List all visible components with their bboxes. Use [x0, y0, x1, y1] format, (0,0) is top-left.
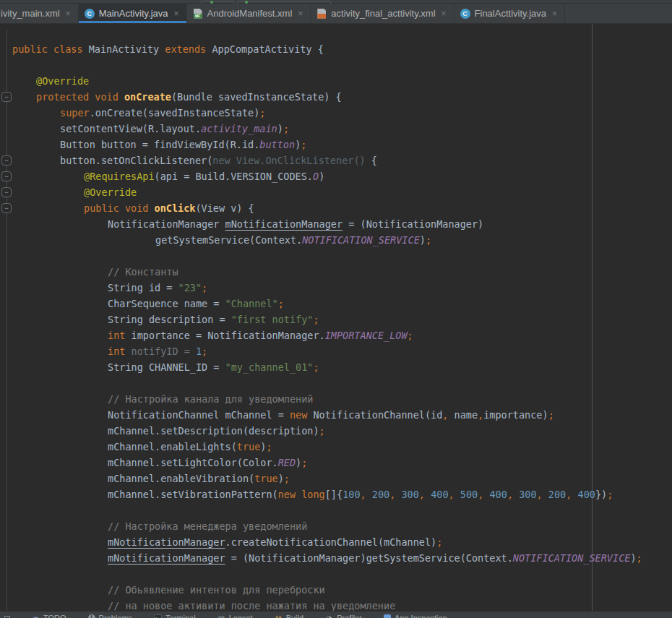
code-line[interactable]: String id = "23"; [0, 280, 672, 296]
code-token: 500 [460, 489, 478, 500]
code-line[interactable]: @Override [0, 184, 672, 200]
code-line[interactable]: int notifyID = 1; [0, 343, 672, 359]
code-token: ; [548, 409, 554, 421]
fold-collapse-icon[interactable]: − [1, 203, 12, 213]
code-token: ; [202, 282, 207, 293]
tab-finalacttivity-java[interactable]: CFinalActtivity.java× [455, 4, 565, 23]
code-line[interactable]: String CHANNEL_ID = "my_channel_01"; [0, 359, 672, 375]
code-token: ) [319, 171, 324, 182]
code-line[interactable]: NotificationManager mNotificationManager… [0, 216, 672, 232]
code-token: CharSequence name = [108, 298, 225, 309]
toolwindow-button-profiler[interactable]: ◔Profiler [325, 614, 362, 618]
code-line[interactable]: super.onCreate(savedInstanceState); [0, 105, 672, 121]
code-token: String description = [108, 314, 231, 325]
fold-collapse-icon[interactable]: − [1, 92, 12, 102]
code-line[interactable]: mChannel.enableVibration(true); [0, 471, 672, 486]
close-icon[interactable]: × [173, 9, 178, 19]
code-line[interactable] [0, 375, 672, 391]
code-token: (View v) { [195, 202, 254, 214]
code-token: ; [408, 330, 413, 341]
code-token: }) [595, 489, 607, 500]
code-line[interactable]: mChannel.enableLights(true); [0, 439, 672, 455]
code-token: O [313, 171, 319, 182]
tab-activity-final-acttivity-xml[interactable]: activity_final_acttivity.xml× [311, 4, 454, 23]
code-token: 100 [343, 489, 360, 500]
manifest-file-icon: MF [194, 9, 202, 19]
code-line[interactable]: mNotificationManager.createNotificationC… [0, 534, 672, 550]
code-token: 400 [578, 489, 595, 500]
code-line[interactable] [0, 248, 672, 264]
code-line[interactable]: mNotificationManager = (NotificationMana… [0, 550, 672, 566]
code-token: ; [259, 107, 265, 119]
code-line[interactable]: @RequiresApi(api = Build.VERSION_CODES.O… [0, 168, 672, 184]
code-area[interactable]: public class MainActivity extends AppCom… [0, 41, 672, 611]
code-token: ; [637, 552, 642, 564]
code-token: ) [278, 473, 284, 484]
tab-androidmanifest-xml[interactable]: MFAndroidManifest.xml× [187, 4, 311, 23]
code-token: ) [277, 123, 283, 134]
toolwindow-button-problems[interactable]: !Problems [88, 614, 132, 618]
toolwindow-button-todo[interactable]: ≡TODO [32, 614, 66, 618]
code-token: .onCreate(savedInstanceState) [90, 107, 260, 119]
code-token: mChannel.setLightColor(Color. [108, 457, 278, 468]
code-token: super [60, 107, 90, 119]
code-token: true [237, 441, 261, 452]
code-line[interactable]: @Override [0, 73, 672, 89]
toolwindow-label: Logcat [229, 614, 253, 618]
close-icon[interactable]: × [441, 9, 447, 19]
toolwindow-button-logcat[interactable]: ▤Logcat [217, 614, 253, 618]
fold-collapse-icon[interactable]: − [1, 171, 12, 181]
code-editor[interactable]: public class MainActivity extends AppCom… [0, 24, 672, 611]
code-line[interactable]: NotificationChannel mChannel = new Notif… [0, 407, 672, 423]
code-line[interactable] [0, 502, 672, 518]
code-line[interactable]: // на новое активити после нажатия на ув… [0, 598, 672, 611]
toolwindow-label: TODO [43, 614, 66, 618]
close-icon[interactable]: × [66, 9, 71, 19]
fold-collapse-icon[interactable]: − [1, 155, 12, 166]
code-line[interactable]: // Настройка менеджера уведомлений [0, 518, 672, 534]
code-line[interactable]: button.setOnClickListener(new View.OnCli… [0, 153, 672, 168]
code-token: importance = NotificationManager. [132, 330, 325, 341]
terminal-icon: >_ [154, 614, 162, 618]
close-icon[interactable]: × [552, 9, 557, 19]
code-line[interactable]: mChannel.setDescription(description); [0, 423, 672, 439]
toolwindow-button-build[interactable]: ⚒Build [275, 614, 303, 618]
toolwindow-label: Profiler [337, 614, 362, 618]
code-line[interactable]: Button button = findViewById(R.id.button… [0, 137, 672, 153]
code-token: MainActivity [89, 43, 165, 55]
code-token: mNotificationManager [108, 536, 225, 548]
code-line[interactable]: CharSequence name = "Channel"; [0, 296, 672, 312]
code-token: onClick [155, 202, 196, 214]
tab-ivity-main-xml[interactable]: ivity_main.xml× [0, 4, 79, 23]
code-line[interactable] [0, 566, 672, 582]
tab-mainactivity-java[interactable]: CMainActivity.java× [79, 4, 187, 23]
code-line[interactable]: protected void onCreate(Bundle savedInst… [0, 89, 672, 105]
code-line[interactable]: mChannel.setVibrationPattern(new long[]{… [0, 486, 672, 502]
code-token: "Channel" [225, 298, 278, 309]
code-token: button [259, 139, 295, 150]
code-token: AppCompatActivity { [212, 43, 323, 55]
code-token: "23" [178, 282, 202, 293]
fold-collapse-icon[interactable]: − [1, 187, 12, 197]
code-token: ; [319, 425, 325, 437]
code-token: true [254, 473, 278, 484]
close-icon[interactable]: × [298, 9, 303, 19]
toolwindow-button-terminal[interactable]: >_Terminal [154, 614, 196, 618]
code-token: 200 [372, 489, 389, 500]
code-line[interactable]: setContentView(R.layout.activity_main); [0, 121, 672, 137]
code-line[interactable]: int importance = NotificationManager.IMP… [0, 327, 672, 343]
code-line[interactable]: public void onClick(View v) { [0, 200, 672, 216]
toolwindow-button-app-inspection[interactable]: App Inspection [384, 614, 447, 618]
code-line[interactable]: // Обьявление интентов для переброски [0, 582, 672, 598]
code-token: @Override [84, 186, 137, 198]
tab-label: activity_final_acttivity.xml [331, 8, 435, 19]
code-line[interactable]: mChannel.setLightColor(Color.RED); [0, 455, 672, 471]
code-token: // Настройка канала для уведомлений [108, 393, 313, 405]
code-line[interactable]: // Настройка канала для уведомлений [0, 391, 672, 407]
code-line[interactable]: // Константы [0, 264, 672, 280]
toolwindow-label: Problems [99, 614, 132, 618]
code-line[interactable]: String description = "first notify"; [0, 312, 672, 327]
code-line[interactable]: getSystemService(Context.NOTIFICATION_SE… [0, 232, 672, 248]
code-line[interactable] [0, 57, 672, 73]
code-line[interactable]: public class MainActivity extends AppCom… [0, 41, 672, 57]
